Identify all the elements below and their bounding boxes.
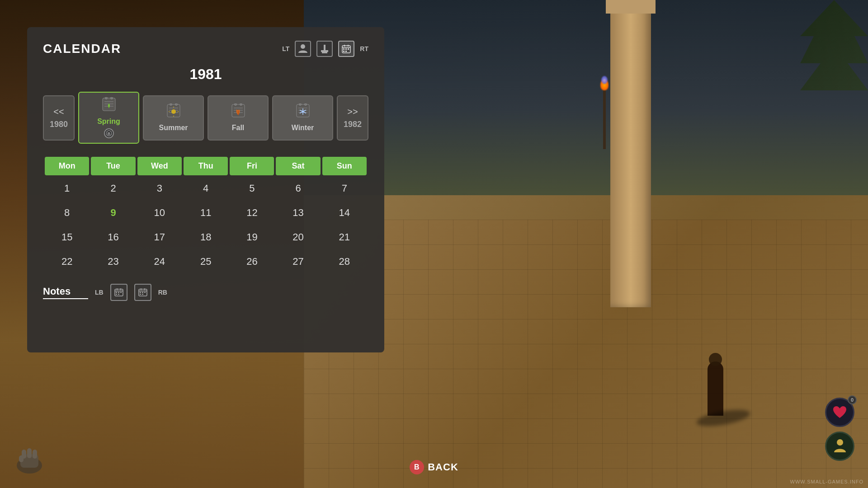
- svg-rect-55: [118, 292, 119, 293]
- watermark: WWW.SMALL-GAMES.INFO: [790, 479, 863, 484]
- weekday-fri: Fri: [230, 157, 274, 175]
- fist-icon: [14, 443, 45, 474]
- calendar-panel: CALENDAR LT: [27, 27, 384, 352]
- calendar-day-4[interactable]: 4: [184, 177, 228, 200]
- calendar-day-5[interactable]: 5: [230, 177, 274, 200]
- calendar-day-18[interactable]: 18: [184, 226, 228, 249]
- calendar-title: CALENDAR: [43, 42, 121, 56]
- svg-point-0: [301, 44, 305, 49]
- calendar-day-25[interactable]: 25: [184, 250, 228, 273]
- svg-rect-63: [140, 292, 141, 293]
- weekday-thu: Thu: [184, 157, 228, 175]
- svg-rect-72: [33, 450, 37, 459]
- calendar-week-2: 891011121314: [45, 202, 367, 224]
- b-button-icon: B: [410, 460, 424, 474]
- svg-rect-57: [116, 294, 117, 295]
- fall-icon: [231, 103, 245, 121]
- year-display: 1981: [43, 66, 368, 83]
- calendar-day-26[interactable]: 26: [230, 250, 274, 273]
- svg-rect-58: [118, 294, 119, 295]
- calendar-day-20[interactable]: 20: [276, 226, 320, 249]
- bottom-bar: B BACK: [0, 460, 868, 474]
- calendar-day-3[interactable]: 3: [137, 177, 182, 200]
- right-hud: 0: [825, 398, 854, 461]
- svg-rect-64: [142, 292, 143, 293]
- calendar-day-16[interactable]: 16: [91, 226, 135, 249]
- calendar-day-14[interactable]: 14: [322, 202, 367, 224]
- next-year-button[interactable]: >> 1982: [337, 95, 368, 141]
- header-icons: LT: [282, 41, 368, 57]
- svg-rect-1: [324, 45, 326, 51]
- calendar-day-24[interactable]: 24: [137, 250, 182, 273]
- svg-rect-66: [140, 294, 141, 295]
- winter-button[interactable]: Winter: [272, 95, 333, 141]
- lb-bumper: LB: [95, 289, 104, 296]
- svg-rect-3: [322, 52, 327, 53]
- calendar-day-13[interactable]: 13: [276, 202, 320, 224]
- rb-bumper: RB: [158, 289, 167, 296]
- svg-point-74: [837, 439, 843, 446]
- calendar-day-1[interactable]: 1: [45, 177, 89, 200]
- svg-point-28: [171, 109, 176, 114]
- spring-icon: [102, 97, 116, 115]
- svg-rect-2: [321, 50, 328, 52]
- calendar-day-21[interactable]: 21: [322, 226, 367, 249]
- notes-label: Notes: [43, 286, 88, 299]
- person-icon[interactable]: [295, 41, 311, 57]
- calendar-day-15[interactable]: 15: [45, 226, 89, 249]
- calendar-day-11[interactable]: 11: [184, 202, 228, 224]
- summer-label: Summer: [159, 124, 188, 132]
- svg-rect-65: [144, 292, 146, 293]
- prev-arrow: <<: [53, 107, 64, 117]
- calendar-grid: Mon Tue Wed Thu Fri Sat Sun 123456789101…: [43, 155, 368, 275]
- calendar-week-1: 1234567: [45, 177, 367, 200]
- calendar-day-22[interactable]: 22: [45, 250, 89, 273]
- calendar-icon[interactable]: [338, 41, 354, 57]
- notes-section: Notes LB: [43, 284, 368, 301]
- calendar-day-10[interactable]: 10: [137, 202, 182, 224]
- summer-icon: [166, 103, 181, 121]
- svg-rect-9: [345, 48, 347, 50]
- notes-calendar-icon-1[interactable]: [110, 284, 127, 301]
- spring-label: Spring: [97, 117, 120, 126]
- winter-icon: [296, 103, 310, 121]
- svg-rect-56: [120, 292, 122, 293]
- spring-badge: B: [104, 128, 114, 138]
- weekday-mon: Mon: [45, 157, 89, 175]
- calendar-day-17[interactable]: 17: [137, 226, 182, 249]
- back-label: BACK: [428, 461, 458, 473]
- svg-rect-73: [19, 455, 24, 462]
- calendar-day-9[interactable]: 9: [91, 202, 135, 224]
- calendar-week-4: 22232425262728: [45, 250, 367, 273]
- calendar-day-7[interactable]: 7: [322, 177, 367, 200]
- svg-rect-54: [116, 292, 117, 293]
- svg-rect-67: [142, 294, 143, 295]
- weekday-sun: Sun: [322, 157, 367, 175]
- fall-label: Fall: [232, 124, 245, 132]
- svg-rect-11: [343, 51, 344, 52]
- spring-button[interactable]: Spring B: [78, 92, 139, 144]
- player-icon: [825, 432, 854, 461]
- calendar-day-28[interactable]: 28: [322, 250, 367, 273]
- calendar-day-19[interactable]: 19: [230, 226, 274, 249]
- rt-bumper: RT: [360, 45, 368, 52]
- calendar-day-12[interactable]: 12: [230, 202, 274, 224]
- prev-year-button[interactable]: << 1980: [43, 95, 75, 141]
- lt-bumper: LT: [282, 45, 289, 52]
- weekday-sat: Sat: [276, 157, 320, 175]
- summer-button[interactable]: Summer: [143, 95, 204, 141]
- back-button[interactable]: B BACK: [410, 460, 458, 474]
- calendar-day-6[interactable]: 6: [276, 177, 320, 200]
- calendar-day-27[interactable]: 27: [276, 250, 320, 273]
- calendar-day-2[interactable]: 2: [91, 177, 135, 200]
- calendar-day-23[interactable]: 23: [91, 250, 135, 273]
- prev-year: 1980: [50, 120, 68, 129]
- next-arrow: >>: [347, 107, 358, 117]
- svg-text:B: B: [107, 131, 110, 136]
- weekday-wed: Wed: [137, 157, 182, 175]
- tools-icon[interactable]: [316, 41, 333, 57]
- fall-button[interactable]: Fall: [208, 95, 269, 141]
- weekday-header-row: Mon Tue Wed Thu Fri Sat Sun: [45, 157, 367, 175]
- notes-calendar-icon-2[interactable]: [134, 284, 151, 301]
- calendar-day-8[interactable]: 8: [45, 202, 89, 224]
